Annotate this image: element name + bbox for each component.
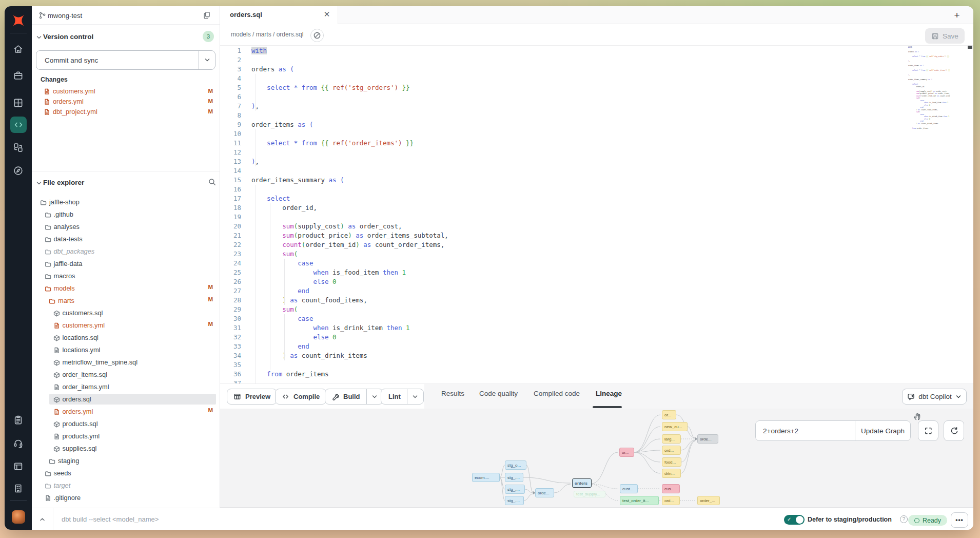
file-tree-item-orders-sql[interactable]: orders.sql [32, 393, 220, 406]
dbt-logo-icon[interactable] [5, 10, 32, 31]
organization-icon[interactable] [5, 478, 32, 498]
code-editor[interactable]: 1with23orders as (45 select * from {{ re… [220, 46, 973, 383]
file-tree-item-target[interactable]: target [32, 479, 220, 492]
file-tree-item-models[interactable]: modelsM [32, 282, 220, 295]
more-options-button[interactable]: ••• [951, 512, 968, 528]
tab-compiled-code[interactable]: Compiled code [534, 390, 580, 397]
home-icon[interactable] [5, 39, 32, 59]
build-dropdown-chevron[interactable] [366, 389, 383, 404]
lineage-node-drin[interactable]: drin... [662, 469, 681, 478]
lint-dropdown-chevron[interactable] [407, 389, 423, 404]
chevron-down-icon[interactable] [36, 179, 42, 188]
close-tab-icon[interactable]: ✕ [321, 8, 333, 21]
editor-minimap[interactable]: withorders as ( select * from {{ ref('st… [908, 46, 950, 134]
collapse-command-bar-icon[interactable] [36, 513, 48, 526]
file-tree-item-macros[interactable]: macros [32, 270, 220, 282]
file-tree-item-order-items-yml[interactable]: order_items.yml [32, 381, 220, 393]
commit-dropdown-chevron[interactable] [199, 51, 215, 69]
save-button[interactable]: Save [925, 28, 965, 44]
lineage-node-order[interactable]: order_... [697, 496, 720, 505]
build-button[interactable]: Build [325, 389, 383, 405]
changed-file-row[interactable]: customers.ymlM [32, 86, 220, 97]
explore-icon[interactable] [5, 160, 32, 181]
tab-results[interactable]: Results [441, 390, 464, 397]
file-tree-item-locations-yml[interactable]: locations.yml [32, 344, 220, 356]
file-tree-item-orders-yml[interactable]: orders.ymlM [32, 406, 220, 418]
lineage-node-or[interactable]: or... [662, 410, 676, 419]
file-tree-item-products-sql[interactable]: products.sql [32, 418, 220, 430]
lineage-node-stg[interactable]: stg_.... [505, 485, 525, 494]
file-tree-item-staging[interactable]: staging [32, 455, 220, 467]
apps-icon[interactable] [5, 92, 32, 113]
file-tree-item-locations-sql[interactable]: locations.sql [32, 332, 220, 344]
update-graph-button[interactable]: Update Graph [855, 421, 910, 440]
file-explorer-title[interactable]: File explorer [43, 179, 84, 186]
dbt-copilot-button[interactable]: dbt Copilot [902, 389, 967, 405]
develop-icon[interactable] [5, 114, 32, 135]
lineage-node-cust[interactable]: cust... [620, 484, 638, 493]
lineage-node-orde[interactable]: orde... [697, 434, 718, 444]
lineage-node-newcu[interactable]: new_cu... [662, 422, 688, 431]
project-name[interactable]: mwong-test [48, 6, 82, 25]
compare-icon[interactable] [5, 137, 32, 158]
line-number: 12 [220, 148, 241, 156]
file-tree-item-dbt-packages[interactable]: dbt_packages [32, 245, 220, 258]
lineage-node-stgo[interactable]: stg_o... [505, 460, 526, 470]
lint-button[interactable]: Lint [381, 389, 424, 405]
lineage-node-testsupply[interactable]: test_supply... [574, 491, 605, 497]
file-tree-item-marts[interactable]: martsM [32, 295, 220, 307]
tab-orders-sql[interactable]: orders.sql ✕ [220, 6, 338, 24]
lineage-node-or[interactable]: or... [619, 448, 634, 457]
command-input[interactable]: dbt build --select <model_name> [62, 515, 159, 523]
file-tree-item-products-yml[interactable]: products.yml [32, 430, 220, 443]
file-tree-item-analyses[interactable]: analyses [32, 221, 220, 233]
user-avatar[interactable] [12, 510, 25, 524]
file-tree-item--github[interactable]: .github [32, 208, 220, 221]
ready-status-badge[interactable]: Ready [908, 515, 947, 526]
lineage-node-ecom[interactable]: ecom.... [472, 473, 500, 482]
lineage-node-orders[interactable]: orders [572, 478, 592, 488]
tab-lineage[interactable]: Lineage [596, 390, 622, 397]
commit-and-sync-button[interactable]: Commit and sync [36, 50, 215, 70]
file-tree-item-supplies-sql[interactable]: supplies.sql [32, 443, 220, 455]
lineage-node-larg[interactable]: larg... [662, 434, 681, 444]
lineage-node-orde[interactable]: orde... [535, 488, 554, 497]
deploy-icon[interactable] [5, 65, 32, 86]
tasks-icon[interactable] [5, 410, 32, 430]
defer-toggle[interactable]: ✓ [784, 515, 805, 525]
file-tree-item-customers-sql[interactable]: customers.sql [32, 307, 220, 319]
chevron-down-icon[interactable] [36, 33, 42, 43]
lineage-filter-input[interactable]: 2+orders+2 [763, 427, 798, 435]
lineage-node-cus[interactable]: cus... [662, 484, 680, 493]
version-control-title[interactable]: Version control [43, 33, 93, 41]
support-icon[interactable] [5, 433, 32, 453]
scrollbar-thumb[interactable] [968, 46, 972, 49]
lineage-node-stg[interactable]: stg_.... [505, 496, 524, 505]
open-lineage-icon-button[interactable] [310, 29, 324, 42]
refresh-button[interactable] [944, 420, 964, 441]
file-tree-item-seeds[interactable]: seeds [32, 467, 220, 479]
copy-icon[interactable] [203, 11, 212, 22]
tab-code-quality[interactable]: Code quality [479, 390, 518, 397]
file-tree-item-jaffle-data[interactable]: jaffle-data [32, 258, 220, 270]
file-tree-item-data-tests[interactable]: data-tests [32, 233, 220, 245]
file-tree-item-customers-yml[interactable]: customers.ymlM [32, 319, 220, 332]
changed-file-row[interactable]: orders.ymlM [32, 97, 220, 107]
file-tree-item-order-items-sql[interactable]: order_items.sql [32, 369, 220, 381]
changed-file-row[interactable]: dbt_project.ymlM [32, 107, 220, 117]
lineage-node-stg[interactable]: stg_.... [505, 473, 523, 482]
folder-icon [49, 457, 55, 467]
compile-button[interactable]: Compile [275, 389, 326, 405]
file-tree-item-jaffle-shop[interactable]: jaffle-shop [32, 196, 220, 208]
help-icon[interactable]: ? [900, 515, 908, 523]
lineage-node-ord[interactable]: ord... [662, 496, 680, 505]
lineage-node-testorderit[interactable]: test_order_it... [620, 496, 659, 505]
lineage-node-food[interactable]: food... [662, 457, 681, 467]
file-tree-item--gitignore[interactable]: .gitignore [32, 492, 220, 504]
lineage-node-ord[interactable]: ord... [662, 446, 681, 455]
file-tree-item-metricflow-time-spine-sql[interactable]: metricflow_time_spine.sql [32, 356, 220, 369]
preview-button[interactable]: Preview [227, 389, 277, 405]
docs-icon[interactable] [5, 456, 32, 476]
search-icon[interactable] [208, 178, 216, 188]
new-tab-button[interactable]: + [950, 9, 964, 22]
